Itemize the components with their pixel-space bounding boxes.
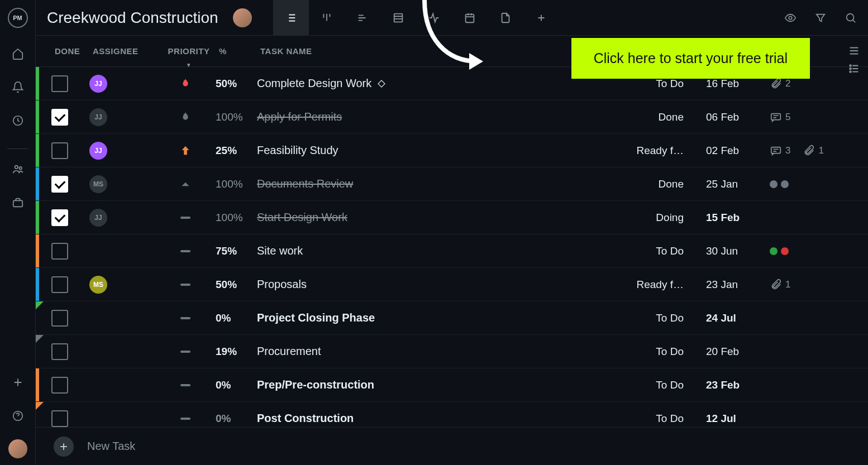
- attachments-count[interactable]: 2: [770, 78, 790, 90]
- activity-view-tab[interactable]: [416, 0, 452, 36]
- sheet-view-tab[interactable]: [380, 0, 416, 36]
- done-checkbox[interactable]: [51, 243, 68, 260]
- task-status[interactable]: Done: [617, 111, 684, 123]
- task-name[interactable]: Apply for Permits: [257, 111, 617, 123]
- priority-icon[interactable]: [155, 383, 216, 387]
- help-icon[interactable]: [8, 406, 28, 426]
- list-view-tab[interactable]: [273, 0, 309, 36]
- done-checkbox[interactable]: [51, 343, 68, 360]
- task-date[interactable]: 23 Jan: [684, 279, 756, 291]
- task-date[interactable]: 20 Feb: [684, 346, 756, 358]
- task-row[interactable]: 0%Project Closing PhaseTo Do24 Jul: [36, 301, 868, 335]
- users-icon[interactable]: [8, 159, 28, 179]
- task-name[interactable]: Start Design Work: [257, 211, 617, 224]
- task-name[interactable]: Project Closing Phase: [257, 311, 617, 324]
- task-date[interactable]: 25 Jan: [684, 178, 756, 190]
- free-trial-cta[interactable]: Click here to start your free trial: [571, 38, 810, 79]
- done-checkbox[interactable]: [51, 75, 68, 92]
- done-checkbox[interactable]: [51, 209, 68, 226]
- col-done[interactable]: DONE: [55, 46, 93, 56]
- task-date[interactable]: 15 Feb: [684, 212, 756, 224]
- priority-icon[interactable]: [155, 416, 216, 421]
- priority-icon[interactable]: [155, 179, 216, 190]
- add-task-button[interactable]: +: [54, 437, 74, 457]
- files-view-tab[interactable]: [488, 0, 523, 36]
- assignee-avatar[interactable]: MS: [89, 175, 107, 193]
- priority-icon[interactable]: [155, 282, 216, 287]
- task-status[interactable]: To Do: [617, 245, 684, 257]
- project-title[interactable]: Creekwood Construction: [47, 9, 218, 27]
- board-view-tab[interactable]: [309, 0, 345, 36]
- home-icon[interactable]: [8, 44, 28, 64]
- col-task[interactable]: TASK NAME: [260, 46, 617, 56]
- task-row[interactable]: JJ100%Start Design WorkDoing15 Feb: [36, 201, 868, 234]
- col-percent[interactable]: %: [219, 46, 260, 56]
- priority-icon[interactable]: [155, 349, 216, 354]
- task-status[interactable]: To Do: [617, 312, 684, 324]
- task-date[interactable]: 30 Jun: [684, 245, 756, 257]
- user-avatar[interactable]: [8, 439, 27, 458]
- task-row[interactable]: MS100%Documents ReviewDone25 Jan: [36, 167, 868, 201]
- task-row[interactable]: JJ25%Feasibility StudyReady f…02 Feb31: [36, 134, 868, 167]
- priority-icon[interactable]: [155, 316, 216, 320]
- done-checkbox[interactable]: [51, 410, 68, 427]
- eye-icon[interactable]: [784, 12, 797, 24]
- priority-icon[interactable]: [155, 111, 216, 123]
- col-priority[interactable]: PRIORITY▼: [159, 46, 219, 56]
- task-name[interactable]: Proposals: [257, 278, 617, 291]
- app-logo[interactable]: PM: [8, 8, 28, 28]
- assignee-avatar[interactable]: JJ: [89, 209, 107, 227]
- assignee-avatar[interactable]: JJ: [89, 75, 107, 93]
- new-task-label[interactable]: New Task: [87, 440, 135, 453]
- task-date[interactable]: 12 Jul: [684, 413, 756, 425]
- assignee-avatar[interactable]: JJ: [89, 108, 107, 126]
- assignee-avatar[interactable]: JJ: [89, 142, 107, 160]
- project-avatar[interactable]: [233, 8, 252, 27]
- priority-icon[interactable]: [155, 78, 216, 90]
- task-date[interactable]: 02 Feb: [684, 145, 756, 157]
- task-status[interactable]: To Do: [617, 78, 684, 90]
- task-row[interactable]: 75%Site workTo Do30 Jun: [36, 234, 868, 268]
- task-status[interactable]: Ready f…: [617, 279, 684, 291]
- task-name[interactable]: Site work: [257, 245, 617, 257]
- briefcase-icon[interactable]: [8, 193, 28, 213]
- task-row[interactable]: 0%Prep/Pre-constructionTo Do23 Feb: [36, 368, 868, 402]
- done-checkbox[interactable]: [51, 142, 68, 159]
- gantt-view-tab[interactable]: [345, 0, 380, 36]
- comments-count[interactable]: 3: [770, 145, 790, 157]
- col-assignee[interactable]: ASSIGNEE: [93, 46, 159, 56]
- task-status[interactable]: To Do: [617, 346, 684, 358]
- calendar-view-tab[interactable]: [452, 0, 488, 36]
- attachments-count[interactable]: 1: [770, 279, 790, 291]
- bell-icon[interactable]: [8, 77, 28, 97]
- task-name[interactable]: Documents Review: [257, 178, 617, 190]
- filter-icon[interactable]: [814, 12, 827, 24]
- task-date[interactable]: 24 Jul: [684, 312, 756, 324]
- search-icon[interactable]: [845, 12, 857, 24]
- task-date[interactable]: 06 Feb: [684, 111, 756, 123]
- add-view-tab[interactable]: [523, 0, 559, 36]
- task-row[interactable]: JJ100%Apply for PermitsDone06 Feb5: [36, 100, 868, 134]
- done-checkbox[interactable]: [51, 176, 68, 193]
- done-checkbox[interactable]: [51, 276, 68, 293]
- task-status[interactable]: To Do: [617, 413, 684, 425]
- add-icon[interactable]: [8, 372, 28, 392]
- done-checkbox[interactable]: [51, 377, 68, 394]
- task-status[interactable]: Ready f…: [617, 145, 684, 157]
- comments-count[interactable]: 5: [770, 111, 790, 123]
- task-name[interactable]: Procurement: [257, 345, 617, 358]
- done-checkbox[interactable]: [51, 310, 68, 327]
- task-status[interactable]: Done: [617, 178, 684, 190]
- task-date[interactable]: 23 Feb: [684, 379, 756, 391]
- task-date[interactable]: 16 Feb: [684, 78, 756, 90]
- attachments-count[interactable]: 1: [803, 145, 823, 157]
- task-name[interactable]: Complete Design Work: [257, 77, 617, 90]
- task-status[interactable]: To Do: [617, 379, 684, 391]
- task-row[interactable]: 19%ProcurementTo Do20 Feb: [36, 335, 868, 368]
- task-name[interactable]: Feasibility Study: [257, 144, 617, 157]
- priority-icon[interactable]: [155, 145, 216, 157]
- task-status[interactable]: Doing: [617, 212, 684, 224]
- task-name[interactable]: Post Construction: [257, 412, 617, 425]
- priority-icon[interactable]: [155, 215, 216, 220]
- assignee-avatar[interactable]: MS: [89, 276, 107, 294]
